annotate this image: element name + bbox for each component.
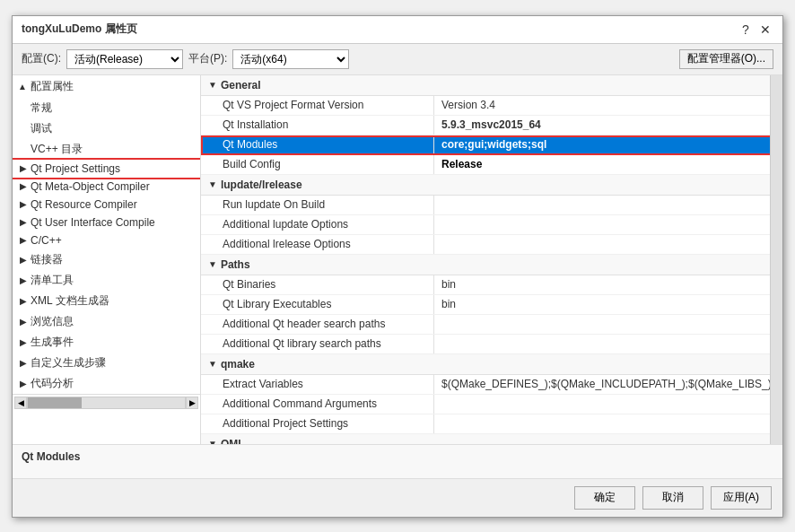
sidebar-item-code-analysis[interactable]: ▶代码分析 bbox=[13, 373, 200, 394]
tree-item-label: 常规 bbox=[31, 101, 52, 114]
sidebar-item-linker[interactable]: ▶链接器 bbox=[13, 249, 200, 270]
tree-item-arrow: ▶ bbox=[20, 235, 27, 245]
prop-row-add-lrelease[interactable]: Additional lrelease Options bbox=[201, 235, 782, 255]
prop-row-run-lupdate[interactable]: Run lupdate On Build bbox=[201, 196, 782, 215]
tree-item-arrow: ▶ bbox=[20, 275, 27, 285]
tree-item-label: 自定义生成步骤 bbox=[31, 355, 106, 371]
h-scroll-track[interactable] bbox=[27, 397, 186, 409]
prop-row-qt-installation[interactable]: Qt Installation5.9.3_msvc2015_64 bbox=[201, 116, 782, 135]
ok-button[interactable]: 确定 bbox=[574, 486, 635, 510]
tree-root[interactable]: ▲ 配置属性 bbox=[13, 75, 200, 98]
prop-value-qt-binaries: bin bbox=[434, 275, 782, 294]
sidebar-item-custom-build[interactable]: ▶自定义生成步骤 bbox=[13, 353, 200, 373]
tree-item-label: 代码分析 bbox=[31, 376, 74, 391]
description-bar: Qt Modules bbox=[13, 444, 782, 478]
sidebar-item-build-events[interactable]: ▶生成事件 bbox=[13, 332, 200, 353]
right-scrollbar[interactable] bbox=[770, 75, 782, 444]
sidebar-item-qt-meta[interactable]: ▶Qt Meta-Object Compiler bbox=[13, 178, 200, 196]
tree-item-arrow: ▶ bbox=[20, 379, 27, 388]
config-manager-button[interactable]: 配置管理器(O)... bbox=[679, 49, 773, 69]
scroll-left-btn[interactable]: ◀ bbox=[14, 397, 27, 409]
prop-row-qt-vs-version[interactable]: Qt VS Project Format VersionVersion 3.4 bbox=[201, 96, 782, 116]
config-select[interactable]: 活动(Release) bbox=[66, 49, 183, 69]
prop-name-qt-installation: Qt Installation bbox=[201, 116, 434, 135]
properties-dialog: tongXuLuDemo 属性页 ? ✕ 配置(C): 活动(Release) … bbox=[12, 15, 783, 518]
prop-row-add-header-paths[interactable]: Additional Qt header search paths bbox=[201, 315, 782, 335]
close-button[interactable]: ✕ bbox=[757, 22, 773, 38]
prop-value-qt-lib-exec: bin bbox=[434, 295, 782, 314]
prop-value-add-lib-paths bbox=[434, 335, 782, 353]
prop-name-qt-modules: Qt Modules bbox=[201, 135, 434, 154]
config-label: 配置(C): bbox=[22, 51, 61, 66]
sidebar-item-general[interactable]: 常规 bbox=[13, 98, 200, 118]
section-label: lupdate/lrelease bbox=[221, 179, 302, 191]
tree-item-arrow: ▶ bbox=[20, 317, 27, 327]
section-header-lupdate[interactable]: ▼lupdate/lrelease bbox=[201, 175, 782, 196]
section-arrow: ▼ bbox=[208, 179, 217, 189]
prop-name-qt-binaries: Qt Binaries bbox=[201, 275, 434, 294]
cancel-button[interactable]: 取消 bbox=[642, 486, 703, 510]
section-header-paths[interactable]: ▼Paths bbox=[201, 255, 782, 275]
tree-item-label: Qt User Interface Compile bbox=[31, 216, 155, 229]
tree-item-arrow: ▶ bbox=[20, 217, 27, 227]
tree-item-label: Qt Meta-Object Compiler bbox=[31, 180, 150, 193]
section-arrow: ▼ bbox=[208, 439, 217, 444]
prop-value-qt-vs-version: Version 3.4 bbox=[434, 96, 782, 115]
sidebar-item-qt-resource[interactable]: ▶Qt Resource Compiler bbox=[13, 196, 200, 214]
prop-row-add-lupdate[interactable]: Additional lupdate Options bbox=[201, 215, 782, 235]
prop-name-build-config: Build Config bbox=[201, 155, 434, 174]
sidebar-item-qt-ui[interactable]: ▶Qt User Interface Compile bbox=[13, 214, 200, 231]
prop-row-add-cmd-args[interactable]: Additional Command Arguments bbox=[201, 395, 782, 414]
prop-value-add-lupdate bbox=[434, 215, 782, 234]
prop-name-add-proj-settings: Additional Project Settings bbox=[201, 414, 434, 433]
tree-item-arrow: ▶ bbox=[20, 337, 27, 347]
prop-row-qt-modules[interactable]: Qt Modulescore;gui;widgets;sql bbox=[201, 135, 782, 155]
prop-value-qt-modules: core;gui;widgets;sql bbox=[434, 135, 782, 154]
section-label: qmake bbox=[221, 358, 255, 371]
prop-row-qt-lib-exec[interactable]: Qt Library Executablesbin bbox=[201, 295, 782, 315]
tree-item-label: 浏览信息 bbox=[31, 314, 74, 329]
scroll-right-btn[interactable]: ▶ bbox=[186, 397, 198, 409]
sidebar-item-browse[interactable]: ▶浏览信息 bbox=[13, 311, 200, 332]
toolbar-row: 配置(C): 活动(Release) 平台(P): 活动(x64) 配置管理器(… bbox=[13, 44, 782, 75]
prop-row-qt-binaries[interactable]: Qt Binariesbin bbox=[201, 275, 782, 295]
prop-row-add-lib-paths[interactable]: Additional Qt library search paths bbox=[201, 335, 782, 354]
right-panel: ▼GeneralQt VS Project Format VersionVers… bbox=[201, 75, 782, 444]
sidebar-item-cpp[interactable]: ▶C/C++ bbox=[13, 231, 200, 249]
prop-name-qt-lib-exec: Qt Library Executables bbox=[201, 295, 434, 314]
section-arrow: ▼ bbox=[208, 359, 217, 369]
description-label: Qt Modules bbox=[22, 450, 80, 463]
tree-item-arrow: ▶ bbox=[20, 358, 27, 368]
help-button[interactable]: ? bbox=[738, 22, 754, 38]
left-panel: ▲ 配置属性 常规调试VC++ 目录▶Qt Project Settings▶Q… bbox=[13, 75, 201, 444]
prop-name-add-lupdate: Additional lupdate Options bbox=[201, 215, 434, 234]
prop-row-add-proj-settings[interactable]: Additional Project Settings bbox=[201, 414, 782, 434]
bottom-bar: 确定 取消 应用(A) bbox=[13, 478, 782, 517]
prop-row-build-config[interactable]: Build ConfigRelease bbox=[201, 155, 782, 175]
title-bar: tongXuLuDemo 属性页 ? ✕ bbox=[13, 16, 782, 44]
tree-item-label: 生成事件 bbox=[31, 335, 74, 350]
prop-value-extract-vars: $(QMake_DEFINES_);$(QMake_INCLUDEPATH_);… bbox=[434, 375, 782, 394]
prop-value-qt-installation: 5.9.3_msvc2015_64 bbox=[434, 116, 782, 135]
sidebar-item-manifest[interactable]: ▶清单工具 bbox=[13, 270, 200, 291]
sidebar-item-debug[interactable]: 调试 bbox=[13, 118, 200, 139]
prop-name-extract-vars: Extract Variables bbox=[201, 375, 434, 394]
platform-label: 平台(P): bbox=[188, 51, 227, 66]
section-arrow: ▼ bbox=[208, 259, 217, 269]
apply-button[interactable]: 应用(A) bbox=[711, 486, 772, 510]
section-header-qmake[interactable]: ▼qmake bbox=[201, 354, 782, 375]
tree-item-label: Qt Resource Compiler bbox=[31, 198, 137, 211]
platform-select[interactable]: 活动(x64) bbox=[232, 49, 349, 69]
sidebar-item-qt-project[interactable]: ▶Qt Project Settings bbox=[13, 160, 200, 178]
tree-item-arrow: ▶ bbox=[20, 199, 27, 209]
prop-row-extract-vars[interactable]: Extract Variables$(QMake_DEFINES_);$(QMa… bbox=[201, 375, 782, 395]
section-label: QML bbox=[221, 438, 245, 444]
tree-item-label: Qt Project Settings bbox=[31, 162, 120, 175]
sidebar-item-vcpp[interactable]: VC++ 目录 bbox=[13, 139, 200, 160]
prop-name-add-header-paths: Additional Qt header search paths bbox=[201, 315, 434, 334]
tree-item-label: XML 文档生成器 bbox=[31, 293, 109, 309]
tree-item-arrow: ▶ bbox=[20, 181, 27, 191]
section-header-qml[interactable]: ▼QML bbox=[201, 434, 782, 444]
sidebar-item-xml[interactable]: ▶XML 文档生成器 bbox=[13, 291, 200, 311]
section-header-general[interactable]: ▼General bbox=[201, 75, 782, 96]
